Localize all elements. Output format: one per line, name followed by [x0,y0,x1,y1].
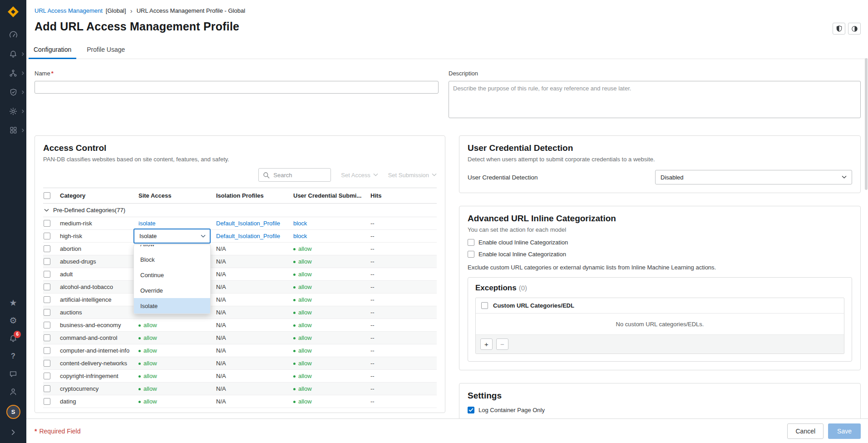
user-credential-allow[interactable]: allow [293,373,312,379]
sidebar-item-favorites[interactable]: ★ [0,299,26,307]
sidebar-item-account[interactable] [0,387,26,396]
save-button[interactable]: Save [828,423,861,439]
site-access-allow[interactable]: allow [138,347,157,354]
row-checkbox[interactable] [44,334,50,341]
checkbox[interactable] [468,239,474,246]
site-access-select[interactable]: Isolate [133,229,211,244]
category-row: adultN/Aallow-- [43,268,437,281]
access-control-table: CategorySite AccessIsolation ProfilesUse… [43,188,437,408]
sidebar-item-security[interactable] [0,88,26,96]
user-credential-allow[interactable]: allow [293,296,312,303]
user-credential-allow[interactable]: allow [293,284,312,290]
sidebar-item-notifications[interactable]: 6 [0,334,26,343]
ucd-select[interactable]: Disabled [655,170,852,184]
description-input[interactable] [449,81,861,118]
tab-configuration[interactable]: Configuration [29,41,76,59]
search-input[interactable] [273,172,326,179]
row-checkbox[interactable] [44,271,50,278]
row-checkbox[interactable] [44,322,50,329]
row-checkbox[interactable] [44,233,50,239]
sidebar-item-incidents[interactable] [0,50,26,58]
isolation-profile-link[interactable]: Default_Isolation_Profile [216,220,280,227]
user-credential-allow[interactable]: allow [293,347,312,354]
settings-title: Settings [468,391,852,401]
row-checkbox[interactable] [44,385,50,392]
user-credential-allow[interactable]: allow [293,245,312,252]
sidebar-item-feedback[interactable] [0,369,26,378]
sidebar-bottom: ★⚙6?S [0,299,26,443]
user-credential-allow[interactable]: allow [293,271,312,278]
sidebar-item-dashboard[interactable] [0,30,26,39]
row-checkbox[interactable] [44,284,50,290]
row-checkbox[interactable] [44,360,50,367]
user-credential-cell: allow [293,271,370,278]
ucd-field-row: User Credential Detection Disabled [468,170,852,184]
site-access-allow[interactable]: allow [138,322,157,329]
user-avatar[interactable]: S [6,405,20,419]
isolation-profile-cell: N/A [216,284,293,290]
title-row: Add URL Access Management Profile [26,14,868,35]
user-credential-allow[interactable]: allow [293,334,312,341]
set-submission-dropdown[interactable]: Set Submission [388,172,437,179]
category-row: high-riskDefault_Isolation_Profileblock-… [43,230,437,243]
row-checkbox[interactable] [44,245,50,252]
user-credential-allow[interactable]: allow [293,360,312,367]
row-checkbox[interactable] [44,296,50,303]
allow-dot [138,324,141,327]
row-checkbox[interactable] [44,220,50,227]
user-credential-cell: block [293,220,370,227]
user-credential-allow[interactable]: allow [293,398,312,405]
exceptions-title: Exceptions [475,284,517,292]
site-access-allow[interactable]: allow [138,360,157,367]
name-input[interactable] [35,81,439,94]
user-credential-allow[interactable]: allow [293,322,312,329]
sidebar-item-avatar[interactable]: S [0,405,26,419]
tab-profile-usage[interactable]: Profile Usage [82,41,130,59]
user-credential-link[interactable]: block [293,233,307,239]
sidebar-item-help[interactable]: ? [0,352,26,360]
checkbox[interactable] [468,407,474,413]
user-credential-cell: allow [293,258,370,265]
set-access-dropdown[interactable]: Set Access [341,172,378,179]
menu-option-partial[interactable]: Allow [134,245,210,252]
breadcrumb-scope: [Global] [106,7,126,14]
header-button-shield-toggle[interactable] [833,23,845,35]
user-credential-allow[interactable]: allow [293,385,312,392]
header-button-contrast-toggle[interactable] [848,23,861,35]
menu-option-isolate[interactable]: Isolate [134,298,210,314]
site-access-allow[interactable]: allow [138,398,157,405]
remove-exception-button[interactable]: − [496,338,508,350]
column-header: User Credential Submi... [293,192,370,199]
checkbox[interactable] [468,251,474,258]
menu-option-block[interactable]: Block [134,252,210,267]
breadcrumb-link[interactable]: URL Access Management [35,7,103,14]
sidebar-item-expand-nav[interactable] [0,428,26,437]
sidebar-item-catalog[interactable] [0,126,26,134]
row-checkbox[interactable] [44,373,50,379]
row-checkbox[interactable] [44,258,50,265]
user-credential-allow[interactable]: allow [293,258,312,265]
row-checkbox[interactable] [44,347,50,354]
scrollbar-thumb[interactable] [865,58,868,190]
row-checkbox[interactable] [44,309,50,316]
isolation-profile-link[interactable]: Default_Isolation_Profile [216,233,280,239]
site-access-link[interactable]: isolate [138,220,156,227]
row-checkbox[interactable] [44,398,50,405]
user-credential-allow[interactable]: allow [293,309,312,316]
sidebar-item-workflows[interactable] [0,69,26,77]
menu-option-override[interactable]: Override [134,283,210,298]
site-access-allow[interactable]: allow [138,373,157,379]
user-credential-link[interactable]: block [293,220,307,227]
sidebar-top [0,30,26,134]
menu-option-continue[interactable]: Continue [134,267,210,283]
site-access-allow[interactable]: allow [138,334,157,341]
sidebar-item-services[interactable] [0,107,26,115]
site-access-allow[interactable]: allow [138,385,157,392]
exceptions-select-all-checkbox[interactable] [481,302,488,309]
collapse-group-icon[interactable] [44,209,49,212]
add-exception-button[interactable]: + [480,338,493,350]
strata-logo[interactable] [7,6,19,18]
cancel-button[interactable]: Cancel [787,423,824,439]
select-all-checkbox[interactable] [44,192,50,199]
sidebar-item-settings[interactable]: ⚙ [0,316,26,325]
